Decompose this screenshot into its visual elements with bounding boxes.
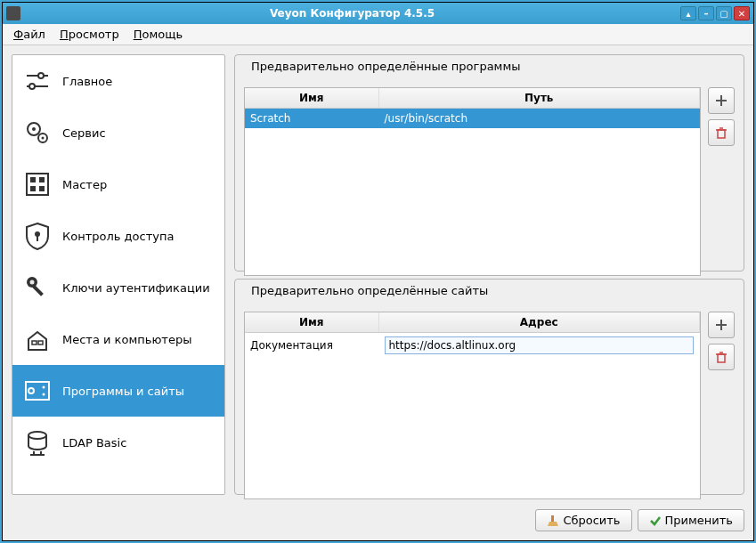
nav-service-label: Сервис (62, 126, 106, 140)
svg-point-16 (30, 280, 35, 285)
svg-rect-14 (37, 236, 38, 241)
svg-rect-30 (718, 130, 725, 138)
grid-icon (21, 168, 53, 200)
nav-service[interactable]: Сервис (12, 107, 224, 158)
svg-point-3 (29, 84, 35, 89)
sites-row[interactable]: Документация (245, 332, 700, 358)
programs-group: Предварительно определённые программы Им… (234, 54, 744, 272)
svg-rect-17 (32, 285, 44, 296)
window-title: Veyon Конфигуратор 4.5.5 (24, 7, 680, 20)
svg-rect-10 (39, 177, 45, 182)
database-icon (21, 426, 53, 458)
svg-point-21 (28, 388, 34, 393)
sites-col-name[interactable]: Имя (245, 312, 378, 333)
menu-file-label: айл (23, 28, 45, 41)
sites-group-title: Предварительно определённые сайты (248, 284, 492, 297)
programs-delete-button[interactable] (708, 119, 735, 146)
app-window-icon (21, 375, 53, 407)
sites-col-addr[interactable]: Адрес (378, 312, 700, 333)
svg-point-24 (28, 432, 46, 439)
nav-master-label: Мастер (62, 178, 107, 191)
check-icon (649, 515, 662, 527)
svg-point-23 (43, 393, 45, 396)
svg-rect-9 (30, 177, 36, 182)
sites-group: Предварительно определённые сайты Имя Ад… (234, 279, 744, 496)
menu-help[interactable]: Помощь (126, 26, 190, 43)
programs-table[interactable]: Имя Путь Scratch /usr/bin/scratch (244, 87, 701, 276)
svg-point-22 (43, 386, 45, 389)
menu-view-label: росмотр (69, 28, 119, 41)
nav-master[interactable]: Мастер (12, 158, 224, 210)
nav-places[interactable]: Места и компьютеры (12, 313, 224, 365)
svg-rect-19 (38, 341, 43, 344)
nav-access-label: Контроль доступа (62, 230, 174, 243)
svg-point-7 (42, 137, 45, 140)
sidebar: Главное Сервис Мастер Контроль доступа (12, 54, 225, 495)
nav-main[interactable]: Главное (12, 55, 224, 107)
svg-rect-18 (32, 341, 37, 344)
programs-col-name[interactable]: Имя (245, 88, 378, 109)
maximize-button[interactable]: ▢ (716, 6, 732, 20)
nav-ldap-label: LDAP Basic (62, 436, 126, 450)
sites-delete-button[interactable] (708, 344, 735, 370)
minimize-button[interactable]: – (698, 6, 714, 20)
nav-main-label: Главное (62, 75, 112, 88)
menu-file[interactable]: Файл (6, 26, 53, 43)
sites-cell-addr[interactable] (378, 332, 700, 358)
svg-rect-35 (718, 354, 725, 362)
app-window: Veyon Конфигуратор 4.5.5 ▴ – ▢ ✕ Файл Пр… (2, 2, 754, 541)
svg-rect-12 (39, 186, 45, 191)
plus-icon (715, 94, 728, 107)
nav-keys[interactable]: Ключи аутентификации (12, 262, 224, 313)
footer: Сбросить Применить (3, 504, 753, 540)
programs-add-button[interactable] (708, 87, 735, 114)
reset-button[interactable]: Сбросить (535, 509, 631, 531)
menu-help-label: омощь (142, 28, 183, 41)
trash-icon (715, 126, 728, 139)
programs-cell-path[interactable]: /usr/bin/scratch (378, 109, 700, 129)
svg-rect-8 (27, 174, 48, 195)
programs-cell-name[interactable]: Scratch (245, 109, 378, 129)
rollup-button[interactable]: ▴ (680, 6, 696, 20)
broom-icon (547, 515, 559, 527)
menu-view[interactable]: Просмотр (53, 26, 126, 43)
svg-point-5 (32, 127, 36, 131)
nav-programs[interactable]: Программы и сайты (12, 365, 224, 417)
trash-icon (715, 351, 728, 363)
apply-label: Применить (665, 514, 733, 527)
sites-add-button[interactable] (708, 312, 735, 338)
nav-places-label: Места и компьютеры (62, 333, 191, 346)
gears-icon (21, 117, 53, 149)
nav-ldap[interactable]: LDAP Basic (12, 417, 224, 468)
sites-addr-input[interactable] (385, 336, 695, 354)
svg-rect-11 (30, 186, 36, 191)
nav-access[interactable]: Контроль доступа (12, 210, 224, 262)
apply-button[interactable]: Применить (638, 509, 744, 531)
svg-rect-38 (551, 515, 554, 522)
reset-label: Сбросить (563, 514, 620, 527)
programs-row[interactable]: Scratch /usr/bin/scratch (245, 109, 700, 129)
titlebar: Veyon Конфигуратор 4.5.5 ▴ – ▢ ✕ (3, 3, 753, 24)
sliders-icon (21, 65, 53, 97)
nav-keys-label: Ключи аутентификации (62, 281, 210, 295)
close-button[interactable]: ✕ (734, 6, 750, 20)
nav-programs-label: Программы и сайты (62, 385, 184, 398)
sites-cell-name[interactable]: Документация (245, 332, 378, 358)
app-icon (6, 6, 20, 20)
key-icon (21, 272, 53, 304)
programs-group-title: Предварительно определённые программы (248, 60, 524, 73)
plus-icon (715, 319, 728, 331)
menubar: Файл Просмотр Помощь (3, 24, 753, 45)
sites-table[interactable]: Имя Адрес Документация (244, 312, 701, 500)
svg-point-1 (38, 73, 44, 78)
network-icon (21, 323, 53, 355)
shield-icon (21, 220, 53, 252)
programs-col-path[interactable]: Путь (378, 88, 700, 109)
